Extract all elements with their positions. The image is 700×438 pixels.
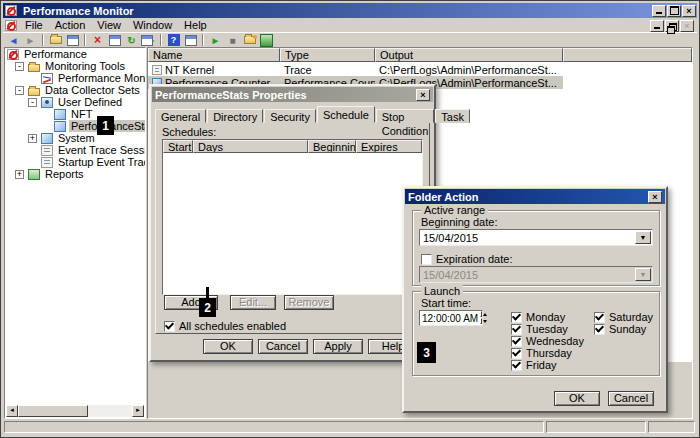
tree-item-startup-event-trace[interactable]: Startup Event Trace Sess bbox=[5, 156, 145, 168]
tree-item-performance-monitor[interactable]: Performance Monitor bbox=[5, 72, 145, 84]
menu-window[interactable]: Window bbox=[127, 19, 178, 32]
column-header-beginning[interactable]: Beginning bbox=[308, 140, 356, 153]
tree-item-reports[interactable]: + Reports bbox=[5, 168, 145, 180]
schedules-list[interactable]: Start Days Beginning Expires bbox=[162, 139, 423, 295]
checkbox-checked-icon[interactable] bbox=[511, 312, 522, 323]
checkbox-checked-icon[interactable] bbox=[511, 360, 522, 371]
tuesday-checkbox-row[interactable]: Tuesday bbox=[511, 323, 568, 335]
start-time-spinner[interactable]: 12:00:00 AM bbox=[419, 310, 483, 326]
column-header-output[interactable]: Output bbox=[375, 48, 563, 62]
checkbox-checked-icon[interactable] bbox=[511, 348, 522, 359]
ok-button[interactable]: OK bbox=[554, 391, 600, 406]
show-console-tree-icon[interactable] bbox=[65, 34, 80, 47]
stop-data-collector-icon[interactable]: ■ bbox=[225, 34, 240, 47]
delete-icon[interactable]: × bbox=[90, 34, 105, 47]
tab-schedule[interactable]: Schedule bbox=[317, 106, 375, 123]
tab-directory[interactable]: Directory bbox=[207, 109, 263, 123]
tree-horizontal-scrollbar[interactable]: ◄ ► bbox=[6, 405, 144, 417]
tab-general[interactable]: General bbox=[155, 109, 206, 123]
tree-item-user-defined[interactable]: - User Defined bbox=[5, 96, 145, 108]
tab-security[interactable]: Security bbox=[264, 109, 316, 123]
tree-item-performance[interactable]: Performance bbox=[5, 48, 145, 60]
expiration-date-checkbox-row[interactable]: Expiration date: bbox=[421, 253, 512, 265]
close-button[interactable]: × bbox=[682, 5, 696, 17]
menu-file[interactable]: File bbox=[19, 19, 49, 32]
column-header-days[interactable]: Days bbox=[193, 140, 308, 153]
checkbox-checked-icon[interactable] bbox=[511, 336, 522, 347]
scrollbar-thumb[interactable] bbox=[18, 405, 88, 417]
spin-up-icon[interactable] bbox=[480, 311, 482, 317]
active-range-legend: Active range bbox=[421, 204, 488, 216]
spin-down-icon[interactable] bbox=[480, 318, 482, 324]
all-schedules-label: All schedules enabled bbox=[179, 320, 286, 332]
folder-action-title: Folder Action bbox=[408, 191, 478, 203]
apply-button[interactable]: Apply bbox=[313, 339, 363, 354]
all-schedules-checkbox-row[interactable]: All schedules enabled bbox=[164, 320, 286, 332]
remove-button[interactable]: Remove bbox=[284, 295, 334, 310]
mdi-restore-button[interactable] bbox=[665, 20, 679, 32]
checkbox-checked-icon[interactable] bbox=[164, 321, 175, 332]
column-header-type[interactable]: Type bbox=[280, 48, 375, 62]
dropdown-icon[interactable]: ▼ bbox=[635, 231, 651, 244]
friday-checkbox-row[interactable]: Friday bbox=[511, 359, 557, 371]
maximize-button[interactable] bbox=[667, 5, 681, 17]
checkbox-checked-icon[interactable] bbox=[511, 324, 522, 335]
refresh-icon[interactable]: ↻ bbox=[124, 34, 139, 47]
start-data-collector-icon[interactable]: ► bbox=[208, 34, 223, 47]
cancel-button[interactable]: Cancel bbox=[608, 391, 654, 406]
folder-action-title-bar: Folder Action × bbox=[405, 189, 665, 204]
ok-button[interactable]: OK bbox=[203, 339, 253, 354]
new-window-icon[interactable] bbox=[183, 34, 198, 47]
export-list-icon[interactable]: ► bbox=[141, 34, 156, 47]
monday-checkbox-row[interactable]: Monday bbox=[511, 311, 565, 323]
latest-report-icon[interactable] bbox=[259, 34, 274, 47]
properties-dialog-title-bar: PerformanceStats Properties × bbox=[152, 87, 433, 102]
mdi-close-button[interactable]: × bbox=[680, 20, 694, 32]
column-header-name[interactable]: Name bbox=[148, 48, 280, 62]
window-title: Performance Monitor bbox=[23, 5, 134, 17]
close-icon[interactable]: × bbox=[648, 191, 662, 203]
list-row-nt-kernel[interactable]: NT Kernel Trace C:\PerfLogs\Admin\Perfor… bbox=[148, 63, 563, 76]
console-system-icon[interactable] bbox=[5, 20, 17, 31]
tab-stop-condition[interactable]: Stop Condition bbox=[376, 109, 434, 123]
tree-item-monitoring-tools[interactable]: - Monitoring Tools bbox=[5, 60, 145, 72]
column-header-start[interactable]: Start bbox=[163, 140, 193, 153]
beginning-date-combobox[interactable]: 15/04/2015 ▼ bbox=[419, 229, 653, 246]
collapse-icon[interactable]: - bbox=[15, 62, 24, 71]
edit-button[interactable]: Edit... bbox=[230, 295, 276, 310]
back-icon[interactable]: ◄ bbox=[6, 34, 21, 47]
collapse-icon[interactable]: - bbox=[15, 86, 24, 95]
thursday-checkbox-row[interactable]: Thursday bbox=[511, 347, 572, 359]
cancel-button[interactable]: Cancel bbox=[258, 339, 308, 354]
close-icon[interactable]: × bbox=[416, 89, 430, 101]
help-icon[interactable]: ? bbox=[166, 34, 181, 47]
forward-icon[interactable]: ► bbox=[23, 34, 38, 47]
checkbox-checked-icon[interactable] bbox=[594, 324, 605, 335]
minimize-button[interactable] bbox=[652, 5, 666, 17]
column-header-expires[interactable]: Expires bbox=[356, 140, 422, 153]
collapse-icon[interactable]: - bbox=[28, 98, 37, 107]
tree-item-nft[interactable]: NFT bbox=[5, 108, 145, 120]
properties-icon[interactable] bbox=[107, 34, 122, 47]
menu-view[interactable]: View bbox=[91, 19, 127, 32]
tree-item-system[interactable]: + System bbox=[5, 132, 145, 144]
expand-icon[interactable]: + bbox=[28, 134, 37, 143]
tree-item-data-collector-sets[interactable]: - Data Collector Sets bbox=[5, 84, 145, 96]
scroll-left-icon[interactable]: ◄ bbox=[6, 405, 18, 417]
up-folder-icon[interactable] bbox=[48, 34, 63, 47]
tree-item-event-trace-sessions[interactable]: Event Trace Sessions bbox=[5, 144, 145, 156]
menu-help[interactable]: Help bbox=[178, 19, 213, 32]
tab-task[interactable]: Task bbox=[435, 109, 470, 123]
wednesday-checkbox-row[interactable]: Wednesday bbox=[511, 335, 584, 347]
scroll-right-icon[interactable]: ► bbox=[132, 405, 144, 417]
new-data-collector-set-icon[interactable] bbox=[242, 34, 257, 47]
mdi-minimize-button[interactable] bbox=[650, 20, 664, 32]
tree-item-performancestats[interactable]: PerformanceStats bbox=[5, 120, 145, 132]
checkbox-checked-icon[interactable] bbox=[594, 312, 605, 323]
menu-action[interactable]: Action bbox=[49, 19, 92, 32]
chart-icon bbox=[41, 73, 53, 84]
expand-icon[interactable]: + bbox=[15, 170, 24, 179]
sunday-checkbox-row[interactable]: Sunday bbox=[594, 323, 646, 335]
checkbox-unchecked-icon[interactable] bbox=[421, 254, 432, 265]
saturday-checkbox-row[interactable]: Saturday bbox=[594, 311, 653, 323]
